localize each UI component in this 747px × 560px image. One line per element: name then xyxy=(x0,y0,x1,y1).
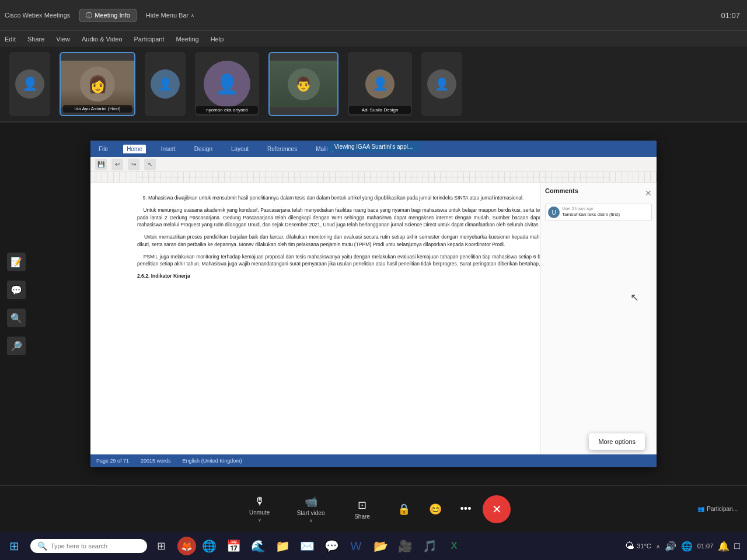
share-button[interactable]: ⊡ Share xyxy=(339,495,386,523)
sidebar-icon-zoom-in[interactable]: 🔍 xyxy=(7,309,26,327)
taskbar-icon-msg[interactable]: 💬 xyxy=(320,534,343,558)
statusbar-words: 20015 words xyxy=(141,458,171,464)
avatar-last: 👤 xyxy=(427,69,456,99)
toolbar-undo-icon[interactable]: ↩ xyxy=(111,159,123,170)
cursor-indicator: ↖ xyxy=(630,291,639,304)
word-ribbon: File Home Insert Design Layout Reference… xyxy=(90,141,657,157)
taskbar-icon-spotify[interactable]: 🎵 xyxy=(418,534,441,558)
participant-nyoman: 👤 nyoman eka ariyanti xyxy=(195,52,259,116)
sidebar-icon-2[interactable]: 💬 xyxy=(7,281,26,299)
taskbar-icon-calendar[interactable]: 📅 xyxy=(222,534,245,558)
taskbar-icon-mail[interactable]: ✉️ xyxy=(295,534,319,558)
toolbar-save-icon[interactable]: 💾 xyxy=(95,159,107,170)
taskbar-search-input[interactable] xyxy=(51,542,138,550)
avatar-nyoman: 👤 xyxy=(204,61,250,107)
taskbar-icon-chrome[interactable]: 🌐 xyxy=(197,534,221,558)
participant-2: 👤 xyxy=(145,52,186,116)
tray-chevron[interactable]: ∧ xyxy=(656,543,660,550)
word-ruler xyxy=(90,172,657,183)
participant-face: 👨 xyxy=(288,68,320,100)
meeting-time: 01:07 xyxy=(721,11,740,20)
start-video-label: Start video xyxy=(297,510,325,516)
participant-host: 👩 Ida Ayu Astarini (Host) xyxy=(60,52,135,116)
comments-close-icon[interactable]: ✕ xyxy=(645,188,652,198)
menu-audio-video[interactable]: Audio & Video xyxy=(82,36,123,43)
word-toolbar: 💾 ↩ ↪ ↖ xyxy=(90,157,657,172)
participants-label: Participan... xyxy=(707,506,738,512)
menu-edit[interactable]: Edit xyxy=(5,36,16,43)
lock-button[interactable]: 🔒 xyxy=(390,499,417,519)
weather-icon: 🌤 xyxy=(625,541,634,551)
taskbar-icon-word[interactable]: W xyxy=(344,534,368,558)
avatar-adi: 👤 xyxy=(365,69,395,99)
comment-1-author: User 2 hours ago xyxy=(562,206,620,211)
sidebar-icon-1[interactable]: 📝 xyxy=(7,253,26,271)
taskbar-icon-firefox[interactable]: 🦊 xyxy=(177,537,196,555)
taskbar-icon-webex[interactable]: 🎥 xyxy=(393,534,417,558)
taskview-icon[interactable]: ⊞ xyxy=(149,534,173,558)
more-icon: ••• xyxy=(460,503,472,515)
participants-strip: 👤 👩 Ida Ayu Astarini (Host) 👤 👤 nyoman e… xyxy=(0,47,747,123)
word-statusbar: Page 29 of 71 20015 words English (Unite… xyxy=(90,454,657,467)
ribbon-tab-references[interactable]: References xyxy=(264,145,301,153)
meeting-info-button[interactable]: ⓘ Meeting Info xyxy=(79,9,137,22)
paragraph-2: Untuk menunjang suasana akademik yang ko… xyxy=(137,206,610,229)
start-video-button[interactable]: 📹 Start video ∨ xyxy=(288,492,334,527)
taskbar-icon-folder[interactable]: 📂 xyxy=(369,534,392,558)
participant-adi: 👤 Adi Susila Design xyxy=(348,52,412,116)
toolbar-redo-icon[interactable]: ↪ xyxy=(128,159,139,170)
toolbar-cursor-icon[interactable]: ↖ xyxy=(144,159,156,170)
menu-view[interactable]: View xyxy=(56,36,70,43)
ribbon-tab-home[interactable]: Home xyxy=(123,145,146,153)
ribbon-tab-design[interactable]: Design xyxy=(191,145,216,153)
ribbon-tab-file[interactable]: File xyxy=(95,145,111,153)
participant-self: 👤 xyxy=(9,52,50,116)
menu-meeting[interactable]: Meeting xyxy=(176,36,199,43)
hide-menu-button[interactable]: Hide Menu Bar ∧ xyxy=(146,12,194,19)
search-icon: 🔍 xyxy=(37,541,47,551)
participants-icon: 👥 xyxy=(697,506,704,512)
more-options-popup[interactable]: More options xyxy=(589,433,645,450)
app-logo: Cisco Webex Meetings xyxy=(5,12,70,19)
nyoman-name-label: nyoman eka ariyanti xyxy=(196,106,258,114)
chevron-up-icon: ∧ xyxy=(191,13,194,18)
ribbon-tab-layout[interactable]: Layout xyxy=(228,145,252,153)
end-call-button[interactable]: ✕ xyxy=(483,495,511,523)
avatar-self: 👤 xyxy=(15,69,44,99)
show-desktop-icon[interactable]: □ xyxy=(734,541,740,551)
participant-video-2: 👨 xyxy=(268,52,338,116)
taskbar-search[interactable]: 🔍 xyxy=(30,539,147,553)
comment-1: U User 2 hours ago Tambahkan teks disini… xyxy=(545,204,652,221)
menu-participant[interactable]: Participant xyxy=(134,36,165,43)
menu-help[interactable]: Help xyxy=(211,36,224,43)
notification-icon[interactable]: 🔔 xyxy=(718,541,729,552)
paragraph-1: 9. Mahasiswa diwajibkan untuk mensubmit … xyxy=(137,194,610,202)
ribbon-tab-insert[interactable]: Insert xyxy=(158,145,179,153)
host-name-label: Ida Ayu Astarini (Host) xyxy=(63,105,132,113)
video-icon: 📹 xyxy=(305,495,317,508)
taskbar-icon-edge[interactable]: 🌊 xyxy=(246,534,270,558)
sidebar-icon-zoom-out[interactable]: 🔎 xyxy=(7,337,26,355)
host-video: 👩 xyxy=(61,61,134,107)
reaction-button[interactable]: 😊 xyxy=(422,499,449,519)
viewing-banner: Viewing IGAA Suartini's appl... xyxy=(327,142,420,152)
taskbar-icon-excel[interactable]: X xyxy=(442,534,466,558)
info-icon: ⓘ xyxy=(86,11,92,20)
start-button[interactable]: ⊞ xyxy=(0,532,28,560)
participants-button[interactable]: 👥 Participan... xyxy=(688,501,747,517)
adi-name-label: Adi Susila Design xyxy=(349,106,411,114)
taskbar-right-tray: 🌤 31°C ∧ 🔊 🌐 01:07 🔔 □ xyxy=(625,532,747,560)
unmute-button[interactable]: 🎙 Unmute ∨ xyxy=(236,492,283,526)
left-sidebar: 📝 💬 🔍 🔎 xyxy=(7,253,26,355)
participant-video-face: 👨 xyxy=(270,61,337,107)
windows-taskbar: ⊞ 🔍 ⊞ 🦊 🌐 📅 🌊 📁 ✉️ 💬 W 📂 🎥 🎵 X 🌤 31°C ∧ … xyxy=(0,532,747,560)
taskbar-icon-files[interactable]: 📁 xyxy=(271,534,294,558)
menu-share[interactable]: Share xyxy=(27,36,44,43)
second-menu-bar: Edit Share View Audio & Video Participan… xyxy=(0,30,747,47)
section-title-2-6-2: 2.6.2. Indikator Kinerja xyxy=(137,272,610,280)
share-label: Share xyxy=(354,513,370,520)
tray-icon-2: 🌐 xyxy=(681,541,693,552)
system-tray: 🌤 31°C xyxy=(625,541,651,551)
host-avatar-face: 👩 xyxy=(80,66,115,102)
more-button[interactable]: ••• xyxy=(453,499,479,519)
